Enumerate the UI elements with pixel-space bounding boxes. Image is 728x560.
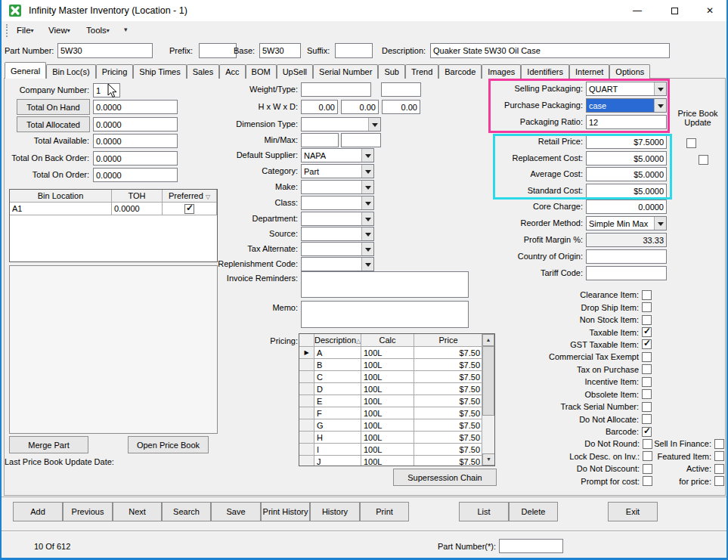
commercial-tax-exempt-checkbox[interactable]: [642, 352, 652, 362]
print-history-button[interactable]: Print History: [261, 502, 310, 521]
base-input[interactable]: [259, 43, 301, 58]
class-combo[interactable]: [301, 196, 374, 210]
merge-part-button[interactable]: Merge Part: [9, 436, 88, 453]
gst-taxable-item-checkbox[interactable]: [642, 339, 652, 349]
close-button[interactable]: ✕: [697, 0, 723, 21]
replacement-cost-input[interactable]: [586, 151, 667, 166]
standard-cost-input[interactable]: [586, 184, 667, 198]
title-bar[interactable]: Infinity Master Inventory (Location - 1)…: [2, 0, 726, 21]
scroll-up-icon[interactable]: ▲: [482, 334, 494, 346]
department-combo[interactable]: [301, 212, 374, 226]
tab-identifiers[interactable]: Identifiers: [521, 64, 569, 79]
scrollbar-thumb[interactable]: [482, 346, 494, 416]
country-of-origin-input[interactable]: [586, 249, 667, 264]
tab-serial-number[interactable]: Serial Number: [313, 64, 378, 79]
combo-arrow-icon[interactable]: [654, 99, 666, 112]
category-combo[interactable]: Part: [301, 164, 374, 178]
save-button[interactable]: Save: [211, 502, 261, 521]
depth-input[interactable]: [382, 100, 420, 114]
clearance-item-checkbox[interactable]: [642, 290, 652, 300]
pricing-col-description[interactable]: Description△: [314, 334, 361, 347]
make-combo[interactable]: [301, 180, 374, 194]
toolbar-grip[interactable]: [6, 24, 8, 37]
pricing-scrollbar[interactable]: ▲ ▼: [482, 334, 494, 466]
history-button[interactable]: History: [310, 502, 360, 521]
search-button[interactable]: Search: [162, 502, 211, 521]
delete-button[interactable]: Delete: [509, 502, 558, 521]
tax-alternate-combo[interactable]: [301, 242, 374, 256]
pricing-row[interactable]: I 100L $7.50: [299, 444, 494, 456]
price-book-update-replacement-checkbox[interactable]: [699, 155, 708, 165]
do-not-allocate-checkbox[interactable]: [642, 414, 652, 424]
add-button[interactable]: Add: [13, 502, 63, 521]
tab-bin-locs[interactable]: Bin Loc(s): [46, 64, 96, 79]
total-allocated-button[interactable]: Total Allocated: [17, 116, 90, 132]
pricing-col-price[interactable]: Price: [414, 334, 483, 347]
tax-on-purchase-checkbox[interactable]: [642, 364, 652, 374]
combo-arrow-icon[interactable]: [361, 149, 373, 162]
pricing-row[interactable]: ▶ A 100L $7.50: [299, 347, 494, 359]
tab-sub[interactable]: Sub: [378, 64, 405, 79]
tab-bom[interactable]: BOM: [246, 64, 277, 79]
combo-arrow-icon[interactable]: [654, 82, 666, 95]
do-not-round-checkbox[interactable]: [643, 439, 652, 449]
drop-ship-item-checkbox[interactable]: [642, 302, 652, 312]
combo-arrow-icon[interactable]: [361, 258, 373, 271]
tab-sales[interactable]: Sales: [187, 64, 220, 79]
sell-in-finance-checkbox[interactable]: [714, 439, 724, 449]
obsolete-item-checkbox[interactable]: [642, 389, 652, 399]
max-input[interactable]: [341, 133, 381, 147]
combo-arrow-icon[interactable]: [361, 165, 373, 178]
tab-trend[interactable]: Trend: [405, 64, 438, 79]
width-input[interactable]: [341, 100, 379, 114]
height-input[interactable]: [301, 100, 338, 114]
pricing-row[interactable]: C 100L $7.50: [299, 371, 494, 383]
pricing-row-partial[interactable]: J 100L $7.50: [299, 456, 494, 466]
tab-acc[interactable]: Acc: [219, 64, 245, 79]
pricing-col-calc[interactable]: Calc: [361, 334, 414, 347]
combo-arrow-icon[interactable]: [361, 212, 373, 225]
tab-pricing[interactable]: Pricing: [96, 64, 134, 79]
tab-barcode[interactable]: Barcode: [438, 64, 482, 79]
footer-part-number-input[interactable]: [499, 539, 563, 553]
menu-file[interactable]: File▾: [17, 26, 34, 35]
supersession-chain-button[interactable]: Supersession Chain: [393, 469, 497, 486]
core-charge-input[interactable]: [586, 200, 667, 214]
default-supplier-combo[interactable]: NAPA: [301, 148, 374, 162]
menu-view[interactable]: View▾: [48, 26, 70, 35]
prompt-for-price-checkbox[interactable]: [714, 476, 724, 486]
retail-price-input[interactable]: [586, 135, 667, 149]
pricing-row[interactable]: E 100L $7.50: [299, 395, 494, 407]
exit-button[interactable]: Exit: [608, 502, 658, 521]
min-input[interactable]: [301, 133, 339, 147]
pricing-row[interactable]: H 100L $7.50: [299, 432, 494, 444]
toolbar-overflow-button[interactable]: ▾: [124, 26, 128, 33]
suffix-input[interactable]: [335, 43, 373, 58]
tab-internet[interactable]: Internet: [569, 64, 609, 79]
taxable-item-checkbox[interactable]: [642, 327, 652, 337]
source-combo[interactable]: [301, 227, 374, 241]
tab-general[interactable]: General: [5, 62, 46, 79]
scroll-down-icon[interactable]: ▼: [482, 453, 495, 466]
active-checkbox[interactable]: [714, 464, 724, 474]
pricing-row[interactable]: G 100L $7.50: [299, 419, 494, 432]
minimize-button[interactable]: —: [624, 0, 650, 21]
menu-tools[interactable]: Tools▾: [86, 26, 110, 35]
packaging-ratio-input[interactable]: [586, 115, 667, 129]
prompt-for-cost-checkbox[interactable]: [643, 476, 652, 486]
replenishment-code-combo[interactable]: [301, 257, 374, 271]
do-not-discount-checkbox[interactable]: [643, 464, 652, 474]
combo-arrow-icon[interactable]: [361, 243, 373, 255]
featured-item-checkbox[interactable]: [714, 451, 724, 461]
combo-arrow-icon[interactable]: [368, 118, 380, 131]
tab-upsell[interactable]: UpSell: [277, 64, 313, 79]
notes-panel[interactable]: [9, 265, 218, 434]
combo-arrow-icon[interactable]: [654, 217, 666, 230]
purchase-packaging-combo[interactable]: case: [586, 98, 667, 113]
description-input[interactable]: [430, 43, 670, 58]
bin-col-bin-location[interactable]: Bin Location: [10, 190, 112, 203]
next-button[interactable]: Next: [113, 502, 162, 521]
part-number-input[interactable]: [57, 43, 153, 58]
tab-images[interactable]: Images: [482, 64, 521, 79]
weight-input[interactable]: [301, 82, 371, 97]
